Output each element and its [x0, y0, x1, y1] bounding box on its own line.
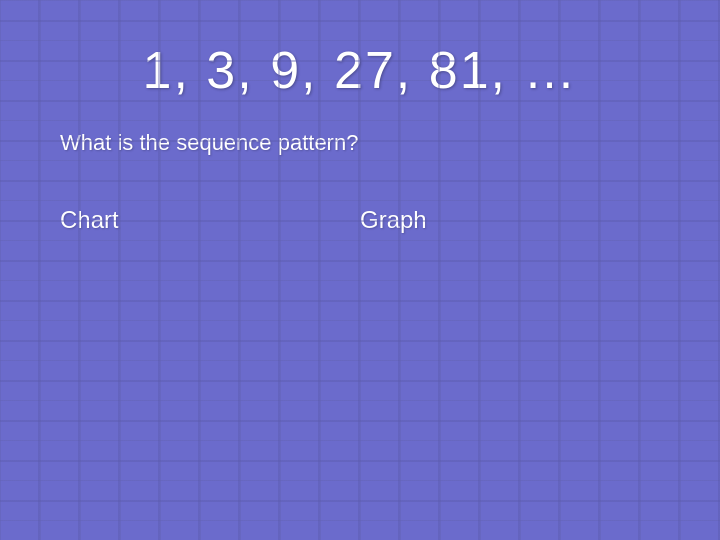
option-graph[interactable]: Graph — [360, 206, 660, 234]
options-row: Chart Graph — [60, 206, 660, 234]
slide-question: What is the sequence pattern? — [60, 130, 358, 156]
slide-background: 1, 3, 9, 27, 81, … What is the sequence … — [0, 0, 720, 540]
option-chart[interactable]: Chart — [60, 206, 360, 234]
slide-title: 1, 3, 9, 27, 81, … — [143, 40, 578, 100]
